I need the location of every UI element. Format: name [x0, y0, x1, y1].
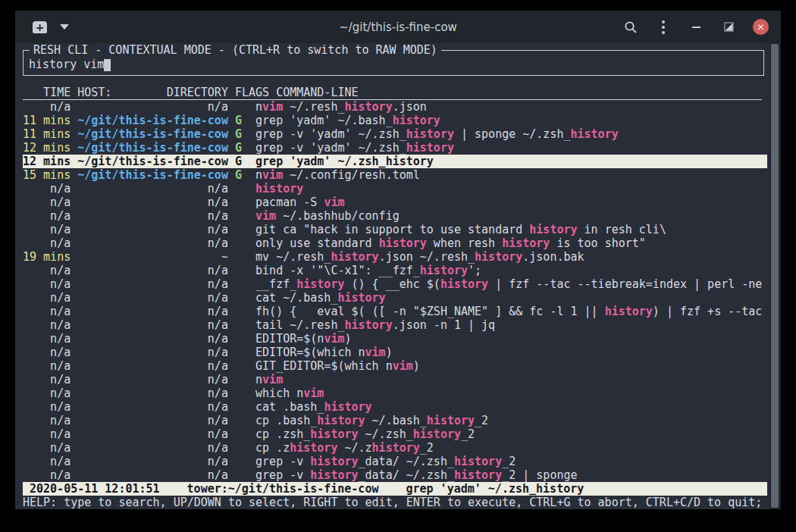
titlebar: + ~/git/this-is-fine-cow [15, 11, 781, 43]
row-directory: n/a [71, 100, 228, 114]
command-text: EDITOR=$(n [255, 332, 324, 346]
history-row[interactable]: n/a n/a pacman -S vim [23, 196, 767, 209]
row-flag [228, 359, 255, 373]
match-highlight: history [344, 100, 392, 114]
match-highlight: history [413, 427, 461, 441]
command-text: _2 [420, 441, 434, 455]
row-flag [228, 318, 255, 332]
match-highlight: history [372, 441, 420, 455]
row-time: n/a [23, 264, 71, 277]
row-time: n/a [23, 318, 71, 332]
row-directory: n/a [71, 182, 228, 196]
history-row[interactable]: n/a n/a fh() { eval $( ([ -n "$ZSH_NAME"… [23, 305, 767, 318]
row-directory: n/a [71, 359, 228, 373]
match-highlight: history [502, 236, 550, 250]
history-row[interactable]: n/a n/a history [23, 182, 767, 196]
history-row[interactable]: n/a n/a tail ~/.resh_history.json -n 1 |… [23, 318, 767, 332]
row-flag: G [228, 141, 255, 155]
command-text: ) [386, 346, 393, 359]
history-row[interactable]: 15 mins ~/git/this-is-fine-cow G nvim ~/… [23, 168, 767, 182]
history-row[interactable]: n/a n/a cp .bash_history ~/.bash_history… [23, 414, 767, 427]
history-row[interactable]: n/a n/a cat ~/.bash_history [23, 291, 767, 305]
history-row[interactable]: 12 mins ~/git/this-is-fine-cow G grep -v… [23, 141, 767, 155]
row-flag [228, 236, 255, 250]
row-time: n/a [23, 386, 71, 400]
text-cursor [104, 59, 111, 71]
scrollbar[interactable] [769, 43, 781, 509]
row-flag [228, 250, 255, 264]
search-box: RESH CLI - CONTEXTUAL MODE - (CTRL+R to … [23, 50, 764, 76]
history-row[interactable]: n/a n/a grep -v history_data/ ~/.zsh_his… [23, 468, 767, 482]
row-directory: ~/git/this-is-fine-cow [71, 127, 228, 141]
search-button[interactable] [622, 19, 639, 36]
command-text: EDITOR=$(which n [255, 346, 365, 359]
history-row[interactable]: n/a n/a vim ~/.bashhub/config [23, 209, 767, 223]
command-text: _data/ ~/.zsh_ [359, 455, 454, 468]
row-flag: G [228, 114, 255, 127]
chevron-down-icon[interactable] [60, 24, 69, 30]
match-highlight: history [310, 455, 358, 468]
row-directory: n/a [71, 305, 228, 318]
match-highlight: history [605, 305, 653, 318]
history-row[interactable]: 19 mins ~ mv ~/.resh_history.json ~/.res… [23, 250, 767, 264]
row-directory: n/a [71, 223, 228, 236]
command-text: is too short" [550, 236, 645, 250]
history-row[interactable]: n/a n/a GIT_EDITOR=$(which nvim) [23, 359, 767, 373]
history-row[interactable]: n/a n/a EDITOR=$(nvim) [23, 332, 767, 346]
row-flag [228, 264, 255, 277]
row-directory: ~/git/this-is-fine-cow [71, 155, 228, 168]
close-button[interactable]: ✕ [753, 19, 769, 35]
row-time: n/a [23, 277, 71, 291]
command-text: _2 [475, 414, 488, 427]
command-text: cat ~/.bash_ [255, 291, 337, 305]
command-text: tail ~/.resh_ [255, 318, 344, 332]
history-row[interactable]: 11 mins ~/git/this-is-fine-cow G grep -v… [23, 127, 767, 141]
new-tab-button[interactable]: + [33, 21, 47, 33]
status-datetime: 2020-05-11 12:01:51 [30, 482, 160, 496]
command-text: _2 [461, 427, 475, 441]
search-query-input[interactable]: history vim [29, 58, 111, 71]
history-row[interactable]: n/a n/a cp .zhistory ~/.zhistory_2 [23, 441, 767, 455]
history-row[interactable]: n/a n/a only use standard history when r… [23, 236, 767, 250]
row-time: n/a [23, 427, 71, 441]
row-flag [228, 332, 255, 346]
restore-button[interactable] [720, 19, 737, 36]
row-flag [228, 373, 255, 386]
history-row[interactable]: n/a n/a which nvim [23, 386, 767, 400]
row-time: n/a [23, 196, 71, 209]
history-row[interactable]: n/a n/a __fzf_history () { __ehc $(histo… [23, 277, 767, 291]
match-highlight: history [317, 414, 365, 427]
command-text: git ca "hack in support to use standard [255, 223, 529, 236]
command-text: grep -v 'yadm' ~/.zsh_ [255, 127, 406, 141]
table-header: TIME HOST: DIRECTORY FLAGS COMMAND-LINE [23, 86, 762, 100]
history-row[interactable]: n/a n/a grep -v history_data/ ~/.zsh_his… [23, 455, 767, 468]
row-time: n/a [23, 332, 71, 346]
history-row[interactable]: n/a n/a git ca "hack in support to use s… [23, 223, 767, 236]
history-row[interactable]: n/a n/a nvim ~/.resh_history.json [23, 100, 767, 114]
status-location: tower:~/git/this-is-fine-cow [187, 482, 379, 496]
command-text: n [255, 168, 262, 182]
row-directory: n/a [71, 332, 228, 346]
row-directory: n/a [71, 455, 228, 468]
history-row[interactable]: n/a n/a EDITOR=$(which nvim) [23, 346, 767, 359]
row-time: 15 mins [23, 168, 71, 182]
row-flag [228, 427, 255, 441]
history-row[interactable]: n/a n/a bind -x '"\C-x1": __fzf_history'… [23, 264, 767, 277]
history-row-selected[interactable]: 12 mins ~/git/this-is-fine-cow G grep 'y… [23, 155, 767, 168]
scrollbar-thumb[interactable] [771, 44, 779, 508]
history-row[interactable]: 11 mins ~/git/this-is-fine-cow G grep 'y… [23, 114, 767, 127]
match-highlight: history [571, 127, 619, 141]
menu-button[interactable] [655, 19, 672, 36]
match-highlight: vim [262, 100, 283, 114]
history-row[interactable]: n/a n/a cat .bash_history [23, 400, 767, 414]
command-text: which n [255, 386, 303, 400]
minimize-button[interactable] [688, 19, 704, 36]
history-row[interactable]: n/a n/a cp .zsh_history ~/.zsh_history_2 [23, 427, 767, 441]
match-highlight: vim [393, 359, 413, 373]
row-time: n/a [23, 223, 71, 236]
row-flag [228, 277, 255, 291]
row-directory: n/a [71, 196, 228, 209]
row-directory: n/a [71, 291, 228, 305]
match-highlight: vim [303, 386, 324, 400]
history-row[interactable]: n/a n/a nvim [23, 373, 767, 386]
